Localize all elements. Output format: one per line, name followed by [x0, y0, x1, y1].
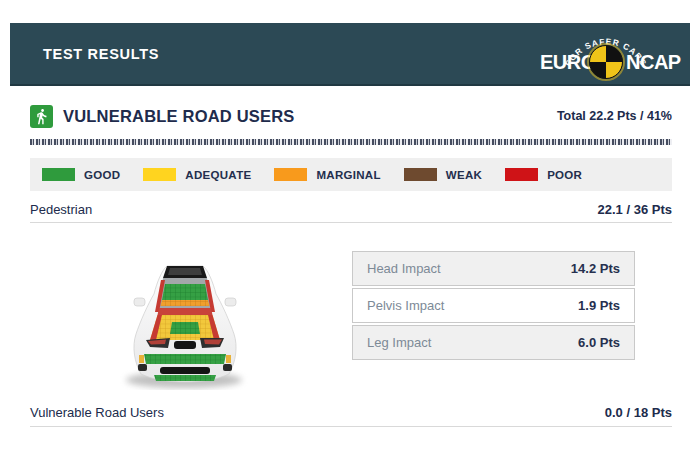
- impact-score-table: Head Impact 14.2 Pts Pelvis Impact 1.9 P…: [352, 251, 635, 362]
- head-impact-label: Head Impact: [367, 261, 441, 276]
- section-total-score: Total 22.2 Pts / 41%: [557, 109, 672, 123]
- leg-impact-value: 6.0 Pts: [578, 335, 620, 350]
- legend-label: GOOD: [84, 169, 120, 181]
- test-results-page: TEST RESULTS FOR SAFER CARS EURO NCAP VU…: [0, 0, 700, 467]
- weak-swatch: [404, 168, 437, 181]
- table-row-head-impact: Head Impact 14.2 Pts: [352, 251, 635, 286]
- crash-dummy-icon: [588, 44, 624, 80]
- pedestrian-impact-car-image: [110, 238, 260, 398]
- pedestrian-label: Pedestrian: [30, 202, 92, 217]
- legend-item-poor: POOR: [505, 168, 582, 181]
- legend-item-marginal: MARGINAL: [274, 168, 380, 181]
- pelvis-impact-label: Pelvis Impact: [367, 298, 444, 313]
- header-bar: TEST RESULTS FOR SAFER CARS EURO NCAP: [10, 23, 690, 86]
- pedestrian-icon: [30, 105, 53, 128]
- dotted-divider: [30, 139, 672, 145]
- rating-legend: GOOD ADEQUATE MARGINAL WEAK POOR: [30, 158, 672, 191]
- leg-impact-label: Leg Impact: [367, 335, 431, 350]
- legend-label: ADEQUATE: [185, 169, 251, 181]
- pelvis-impact-value: 1.9 Pts: [578, 298, 620, 313]
- vru-label: Vulnerable Road Users: [30, 405, 164, 420]
- good-swatch: [42, 168, 75, 181]
- legend-item-adequate: ADEQUATE: [143, 168, 251, 181]
- marginal-swatch: [274, 168, 307, 181]
- vru-score-row: Vulnerable Road Users 0.0 / 18 Pts: [30, 399, 672, 427]
- table-row-leg-impact: Leg Impact 6.0 Pts: [352, 325, 635, 360]
- legend-label: WEAK: [446, 169, 482, 181]
- section-title: VULNERABLE ROAD USERS: [63, 107, 295, 126]
- pedestrian-score-row: Pedestrian 22.1 / 36 Pts: [30, 196, 672, 223]
- vru-score: 0.0 / 18 Pts: [605, 405, 672, 420]
- page-title: TEST RESULTS: [43, 46, 159, 62]
- table-row-pelvis-impact: Pelvis Impact 1.9 Pts: [352, 288, 635, 323]
- legend-label: MARGINAL: [316, 169, 380, 181]
- legend-item-good: GOOD: [42, 168, 120, 181]
- head-impact-value: 14.2 Pts: [571, 261, 620, 276]
- legend-item-weak: WEAK: [404, 168, 482, 181]
- pedestrian-score: 22.1 / 36 Pts: [598, 202, 672, 217]
- legend-label: POOR: [547, 169, 582, 181]
- adequate-swatch: [143, 168, 176, 181]
- logo-ncap-text: NCAP: [626, 51, 681, 73]
- poor-swatch: [505, 168, 538, 181]
- euroncap-logo: FOR SAFER CARS EURO NCAP: [532, 24, 682, 84]
- section-header: VULNERABLE ROAD USERS Total 22.2 Pts / 4…: [30, 100, 672, 132]
